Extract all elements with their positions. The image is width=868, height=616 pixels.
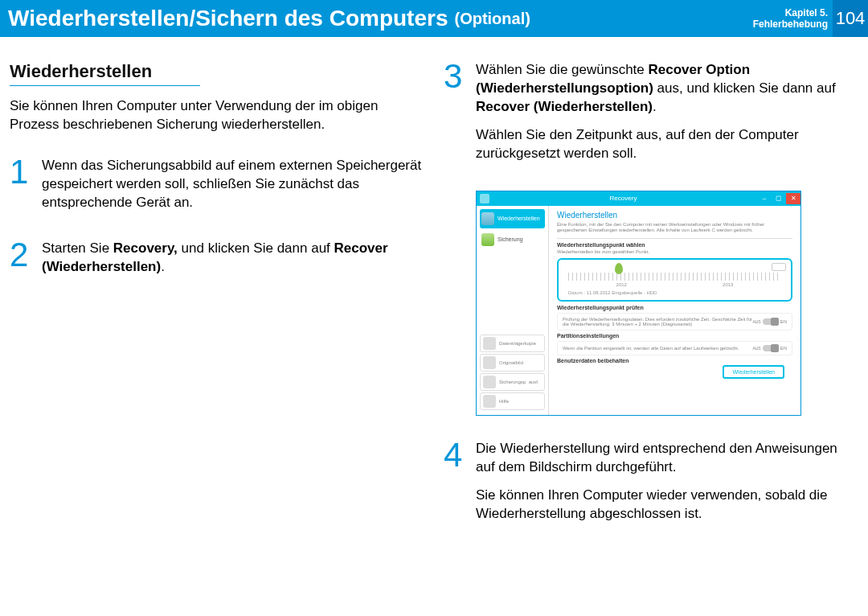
step-number: 3 <box>444 61 468 173</box>
recovery-screenshot: Recovery – ▢ ✕ Wiederherstellen Sicherun… <box>476 191 801 416</box>
sub-heading-3: Partitionseinstellungen <box>557 333 792 339</box>
sub1-caption: Wiederherstellen bis zum gewählten Punkt… <box>557 249 792 255</box>
toggle-switch-icon[interactable] <box>763 318 779 325</box>
step-number: 4 <box>444 440 468 533</box>
partition-row: Wenn die Partition eingestellt ist, werd… <box>557 341 792 355</box>
step-body: Starten Sie Recovery, und klicken Sie da… <box>42 240 424 286</box>
backup-icon <box>481 233 494 246</box>
step-number: 1 <box>10 157 34 222</box>
sidebar-item-label: Wiederherstellen <box>497 216 540 221</box>
page-title: Wiederherstellen/Sichern des Computers <box>8 6 448 31</box>
sidebar-item-help[interactable]: Hilfe <box>480 392 545 410</box>
step-1: 1 Wenn das Sicherungsabbild auf einem ex… <box>10 157 424 222</box>
timeline-year: 2013 <box>723 282 733 287</box>
toggle-off-label: AUS <box>752 319 760 324</box>
panel-heading: Wiederherstellen <box>557 211 792 220</box>
toggle-partition[interactable]: AUS EIN <box>752 345 787 351</box>
step-number: 2 <box>10 240 34 286</box>
sidebar-item-diskcopy[interactable]: Datenträgerkopie <box>480 335 545 352</box>
sidebar-item-label: Datenträgerkopie <box>499 341 536 346</box>
page-title-optional: (Optional) <box>454 10 530 28</box>
toggle-off-label: AUS <box>752 346 760 351</box>
app-icon <box>480 194 489 203</box>
timeline-pin-icon[interactable] <box>615 263 623 274</box>
help-icon <box>483 395 496 408</box>
maximize-button[interactable]: ▢ <box>772 193 786 204</box>
step-4: 4 Die Wiederherstellung wird entsprechen… <box>444 440 858 533</box>
sidebar-item-label: Sicherung <box>497 236 523 242</box>
timeline-box[interactable]: 2012 2013 Datum : 11.08.2012 Eingabequel… <box>557 258 792 302</box>
step-2: 2 Starten Sie Recovery, und klicken Sie … <box>10 240 424 286</box>
timeline-track[interactable] <box>568 273 781 281</box>
create-icon <box>483 376 496 388</box>
close-button[interactable]: ✕ <box>786 193 800 204</box>
check-row: Prüfung der Wiederherstellungsdaten. Die… <box>557 313 792 331</box>
intro-text: Sie können Ihren Computer unter Verwendu… <box>10 97 424 134</box>
toggle-on-label: EIN <box>780 346 787 351</box>
recover-icon <box>481 212 494 225</box>
row-text: Wenn die Partition eingestellt ist, werd… <box>563 346 739 351</box>
recover-button[interactable]: Wiederherstellen <box>723 365 784 379</box>
right-column: 3 Wählen Sie die gewünschte Recover Opti… <box>444 61 858 550</box>
section-heading: Wiederherstellen <box>10 61 200 86</box>
timeline-year: 2012 <box>616 282 627 287</box>
sidebar-item-label: Hilfe <box>499 399 509 404</box>
panel-description: Eine Funktion, mit der Sie den Computer … <box>557 222 792 233</box>
main-panel: Wiederherstellen Eine Funktion, mit der … <box>549 206 800 415</box>
step-body: Wählen Sie die gewünschte Recover Option… <box>476 61 858 173</box>
chapter-line2: Fehlerbehebung <box>753 18 828 30</box>
window-titlebar: Recovery – ▢ ✕ <box>477 191 800 206</box>
left-column: Wiederherstellen Sie können Ihren Comput… <box>10 61 424 550</box>
step-extra: Sie können Ihren Computer wieder verwend… <box>476 487 858 524</box>
sub-heading-2: Wiederherstellungspunkt prüfen <box>557 305 792 310</box>
sub-heading-1: Wiederherstellungspunkt wählen <box>557 242 792 248</box>
sidebar-item-label: Originalbild <box>499 360 523 365</box>
original-icon <box>483 356 496 369</box>
toggle-switch-icon[interactable] <box>763 345 779 351</box>
chapter-line1: Kapitel 5. <box>753 7 828 18</box>
sidebar-item-backup[interactable]: Sicherung <box>480 230 545 249</box>
sidebar-item-label: Sicherungsp. ausf. <box>499 380 539 384</box>
refresh-icon[interactable] <box>772 263 786 271</box>
chapter-label: Kapitel 5. Fehlerbehebung <box>753 7 828 31</box>
page-header: Wiederherstellen/Sichern des Computers (… <box>0 0 868 37</box>
sidebar-item-create-backup[interactable]: Sicherungsp. ausf. <box>480 373 545 391</box>
step-body: Die Wiederherstellung wird entsprechend … <box>476 440 858 533</box>
step-extra: Wählen Sie den Zeitpunkt aus, auf den de… <box>476 126 858 163</box>
timeline-date-line: Datum : 11.08.2012 Eingabequelle : HDD <box>568 290 781 295</box>
row-text: Prüfung der Wiederherstellungsdaten. Die… <box>563 317 752 326</box>
sub-heading-4: Benutzerdaten beibehalten <box>557 358 792 363</box>
step-3: 3 Wählen Sie die gewünschte Recover Opti… <box>444 61 858 173</box>
sidebar-item-original[interactable]: Originalbild <box>480 354 545 372</box>
page-number: 104 <box>833 0 868 37</box>
toggle-on-label: EIN <box>780 319 787 324</box>
toggle-check[interactable]: AUS EIN <box>752 318 787 325</box>
window-title: Recovery <box>489 195 757 202</box>
minimize-button[interactable]: – <box>757 193 772 204</box>
disk-icon <box>483 337 496 350</box>
step-body: Wenn das Sicherungsabbild auf einem exte… <box>42 157 424 222</box>
sidebar-item-recover[interactable]: Wiederherstellen <box>480 209 545 228</box>
sidebar: Wiederherstellen Sicherung Datenträgerko… <box>477 206 549 415</box>
